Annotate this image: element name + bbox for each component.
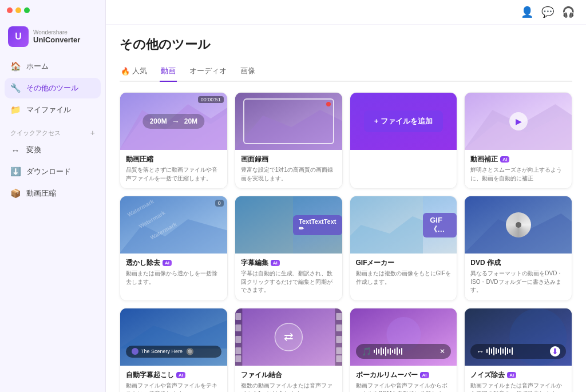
- tool-name-merge: ファイル結合: [241, 370, 336, 380]
- convert-icon: ↔️: [10, 145, 21, 155]
- tool-card-watermark[interactable]: Watermark Watermark Watermark 0 透かし除去 AI…: [120, 196, 228, 301]
- quick-access-section: クイックアクセス +: [0, 120, 105, 140]
- tool-name-subtitle: 字幕編集: [241, 258, 268, 268]
- my-files-icon: 📁: [10, 105, 21, 115]
- fire-icon: 🔥: [121, 67, 130, 76]
- tool-card-compress[interactable]: 00:00:51 200M → 20M 動画圧縮 品質を落とさずに動画ファイルや…: [120, 92, 228, 189]
- tool-name-vocal: ボーカルリムーバー: [356, 370, 418, 380]
- tool-card-autocaption[interactable]: The Scenery Here 🔘 自動字幕起こし AI 動画ファイルや音声フ…: [120, 308, 228, 393]
- vocal-close-btn[interactable]: ✕: [440, 347, 445, 355]
- tool-desc-watermark: 動画または画像から透かしを一括除去します。: [126, 270, 221, 286]
- sidebar-item-compress-label: 動画圧縮: [26, 188, 56, 199]
- svg-rect-29: [336, 355, 342, 362]
- quick-access-add[interactable]: +: [90, 128, 95, 137]
- svg-rect-21: [235, 324, 241, 331]
- tool-card-screen[interactable]: 画面録画 豊富な設定で1対1の高画質の画面録画を実現します。: [235, 92, 343, 189]
- tools-grid: 00:00:51 200M → 20M 動画圧縮 品質を落とさずに動画ファイルや…: [120, 92, 572, 392]
- video-label: 動画: [161, 66, 176, 76]
- compress-icon: 📦: [10, 188, 21, 199]
- tool-card-denoise[interactable]: ↔: [464, 308, 572, 393]
- tool-thumb-fix: ▶: [465, 93, 572, 150]
- traffic-lights: [7, 7, 30, 13]
- tool-name-fix: 動画補正: [470, 155, 498, 164]
- tool-card-merge[interactable]: ⇄ ファイル結合 複数の動画ファイルまたは音声ファイルを1つに結合します。: [235, 308, 343, 393]
- tool-name-denoise: ノイズ除去: [470, 370, 505, 380]
- sidebar-item-compress[interactable]: 📦 動画圧縮: [5, 183, 101, 204]
- maximize-button[interactable]: [24, 7, 30, 13]
- help-icon[interactable]: 🎧: [562, 6, 575, 18]
- svg-rect-23: [235, 347, 241, 354]
- tab-bar: 🔥 人気 動画 オーディオ 画像: [120, 62, 572, 82]
- brand-name: Wondershare: [33, 29, 80, 35]
- chat-icon[interactable]: 💬: [541, 6, 554, 18]
- compress-info: 200M → 20M: [143, 114, 204, 129]
- tool-desc-merge: 複数の動画ファイルまたは音声ファイルを1つに結合します。: [241, 382, 336, 393]
- sidebar-item-other-tools[interactable]: 🔧 その他のツール: [5, 78, 101, 98]
- tool-card-subtitle[interactable]: TextTextText ✏ 字幕編集 AI 字幕は自動的に生成、翻訳され、数回…: [235, 196, 343, 301]
- tool-card-vocal[interactable]: 🎵: [350, 308, 458, 393]
- sidebar-item-convert[interactable]: ↔️ 変換: [5, 140, 101, 160]
- vocal-waveform-bar: 🎵: [356, 344, 452, 359]
- tool-desc-subtitle: 字幕は自動的に生成、翻訳され、数回クリックするだけで編集と同期ができます。: [241, 270, 336, 295]
- logo-icon: U: [8, 26, 29, 47]
- download-icon: ⬇️: [10, 167, 21, 177]
- tool-thumb-autocaption: The Scenery Here 🔘: [120, 308, 227, 366]
- ai-badge-denoise: AI: [507, 372, 516, 378]
- home-icon: 🏠: [10, 61, 21, 72]
- gif-label: GIF 《…: [423, 213, 457, 237]
- tool-card-fix[interactable]: ▶ 動画補正 AI 鮮明さとスムーズさが向上するように、動画を自動的に補正: [464, 92, 572, 189]
- tab-audio[interactable]: オーディオ: [188, 62, 228, 82]
- tool-thumb-merge: ⇄: [235, 308, 342, 366]
- tool-desc-dvd: 異なるフォーマットの動画をDVD・ISO・DVDフォルダーに書き込みます。: [470, 270, 566, 295]
- svg-rect-26: [336, 324, 342, 331]
- denoise-download-btn[interactable]: ⬇: [550, 346, 560, 357]
- add-file-button[interactable]: + ファイルを追加: [364, 110, 443, 132]
- tool-thumb-vocal: 🎵: [350, 308, 457, 366]
- tool-thumb-gif: GIF 《…: [350, 196, 457, 254]
- app-name: UniConverter: [33, 35, 80, 44]
- tab-image[interactable]: 画像: [239, 62, 256, 82]
- tool-card-dvd[interactable]: DVD 作成 異なるフォーマットの動画をDVD・ISO・DVDフォルダーに書き込…: [464, 196, 572, 301]
- tool-thumb-subtitle: TextTextText ✏: [235, 196, 342, 254]
- quick-access-label: クイックアクセス: [10, 129, 61, 137]
- subtitle-preview: TextTextText ✏: [293, 215, 342, 235]
- screen-frame: [243, 98, 334, 144]
- tool-card-gif[interactable]: GIF 《… GIFメーカー 動画または複数の画像をもとにGIFを作成します。: [350, 196, 458, 301]
- close-button[interactable]: [7, 7, 13, 13]
- tool-thumb-watermark: Watermark Watermark Watermark 0: [120, 196, 227, 254]
- sidebar-item-home-label: ホーム: [26, 61, 49, 72]
- tool-thumb-add: + ファイルを追加: [350, 93, 457, 150]
- sidebar-item-home[interactable]: 🏠 ホーム: [5, 56, 101, 77]
- sidebar-item-download[interactable]: ⬇️ ダウンロード: [5, 161, 101, 182]
- account-icon[interactable]: 👤: [521, 6, 533, 18]
- sidebar-item-my-files[interactable]: 📁 マイファイル: [5, 100, 101, 120]
- svg-rect-24: [235, 355, 241, 362]
- ai-badge-autocaption: AI: [176, 372, 185, 378]
- sidebar: U Wondershare UniConverter 🏠 ホーム 🔧 その他のツ…: [0, 0, 106, 392]
- svg-rect-27: [336, 336, 342, 343]
- titlebar: [0, 0, 105, 21]
- sidebar-item-download-label: ダウンロード: [26, 167, 71, 177]
- svg-rect-25: [336, 313, 342, 320]
- tool-desc-vocal: 動画ファイルや音声ファイルからボーカルやBGMを自動的に分離します。: [356, 382, 452, 393]
- ai-badge-watermark: AI: [163, 260, 172, 266]
- ai-badge-subtitle: AI: [271, 260, 280, 266]
- tab-popular[interactable]: 🔥 人気: [120, 62, 148, 82]
- tool-card-add-file[interactable]: + ファイルを追加: [350, 92, 458, 189]
- caption-bar: The Scenery Here 🔘: [126, 346, 221, 358]
- tool-desc-compress: 品質を落とさずに動画ファイルや音声ファイルを一括で圧縮します。: [126, 166, 221, 183]
- dvd-disc: [506, 212, 531, 237]
- svg-rect-28: [336, 347, 342, 354]
- tool-desc-autocaption: 動画ファイルや音声ファイルをテキストに一括変換します。: [126, 382, 221, 393]
- tool-thumb-screen: [235, 93, 342, 150]
- tool-name-autocaption: 自動字幕起こし: [126, 370, 174, 380]
- tool-thumb-compress: 00:00:51 200M → 20M: [120, 93, 227, 150]
- minimize-button[interactable]: [15, 7, 21, 13]
- tool-name-screen: 画面録画: [241, 155, 336, 164]
- sidebar-item-convert-label: 変換: [26, 145, 41, 155]
- content-area: その他のツール 🔥 人気 動画 オーディオ 画像: [106, 25, 586, 392]
- tab-video[interactable]: 動画: [160, 62, 177, 82]
- tool-thumb-dvd: [465, 196, 572, 254]
- tool-desc-screen: 豊富な設定で1対1の高画質の画面録画を実現します。: [241, 166, 336, 183]
- tool-name-gif: GIFメーカー: [356, 258, 452, 268]
